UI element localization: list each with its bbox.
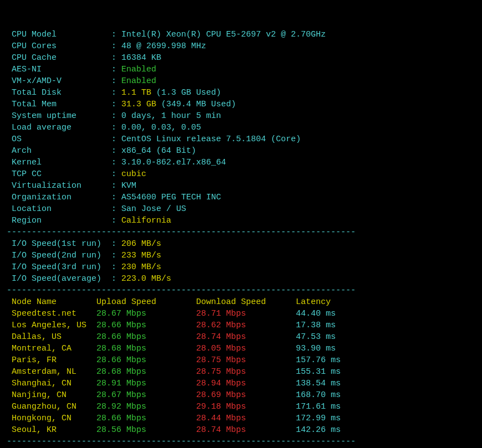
- colon: :: [111, 30, 121, 39]
- latency: 142.26 ms: [296, 425, 341, 435]
- io-value: 206 MB/s: [121, 239, 161, 249]
- upload-speed: 28.66 Mbps: [96, 356, 196, 365]
- colon: :: [111, 251, 121, 260]
- colon: :: [111, 204, 121, 214]
- sys-value: California: [121, 216, 171, 225]
- colon: :: [111, 181, 121, 190]
- colon: :: [111, 135, 121, 144]
- sys-label: AES-NI: [7, 65, 111, 74]
- io-label: I/O Speed(average): [7, 274, 111, 284]
- sys-value: cubic: [121, 169, 146, 179]
- upload-speed: 28.67 Mbps: [96, 309, 196, 318]
- sys-label: Region: [7, 216, 111, 225]
- sys-value: x86_64 (64 Bit): [121, 146, 196, 156]
- sys-label: Load average: [7, 123, 111, 132]
- io-value: 223.0 MB/s: [121, 274, 171, 284]
- sys-value: San Jose / US: [121, 204, 186, 214]
- io-value: 233 MB/s: [121, 251, 161, 260]
- sys-value: 48 @ 2699.998 MHz: [121, 42, 206, 51]
- download-speed: 28.75 Mbps: [196, 356, 296, 365]
- colon: :: [111, 88, 121, 97]
- colon: :: [111, 100, 121, 109]
- terminal-output: CPU Model : Intel(R) Xeon(R) CPU E5-2697…: [7, 29, 475, 447]
- upload-speed: 28.68 Mbps: [96, 344, 196, 353]
- sys-value: 31.3 GB: [121, 100, 156, 109]
- colon: :: [111, 111, 121, 121]
- latency: 172.99 ms: [296, 414, 341, 423]
- sys-label: VM-x/AMD-V: [7, 76, 111, 86]
- download-speed: 28.62 Mbps: [196, 321, 296, 330]
- node-name: Dallas, US: [12, 332, 96, 342]
- io-label: I/O Speed(2nd run): [7, 251, 111, 260]
- divider: ----------------------------------------…: [7, 437, 356, 446]
- sys-value: CentOS Linux release 7.5.1804 (Core): [121, 135, 301, 144]
- divider: ----------------------------------------…: [7, 228, 356, 237]
- divider: ----------------------------------------…: [7, 286, 356, 295]
- sys-value: AS54600 PEG TECH INC: [121, 193, 221, 202]
- upload-speed: 28.66 Mbps: [96, 332, 196, 342]
- node-name: Hongkong, CN: [12, 414, 96, 423]
- latency: 93.90 ms: [296, 344, 336, 353]
- sys-value: Enabled: [121, 76, 156, 86]
- col-header: Upload Speed: [96, 297, 196, 307]
- latency: 44.40 ms: [296, 309, 336, 318]
- col-header: Latency: [296, 297, 331, 307]
- sys-value: 3.10.0-862.el7.x86_64: [121, 158, 226, 167]
- node-name: Los Angeles, US: [12, 321, 96, 330]
- colon: :: [111, 53, 121, 63]
- upload-speed: 28.66 Mbps: [96, 321, 196, 330]
- latency: 47.53 ms: [296, 332, 336, 342]
- upload-speed: 28.91 Mbps: [96, 379, 196, 388]
- sys-value: 16384 KB: [121, 53, 161, 63]
- sys-value: 1.1 TB: [121, 88, 151, 97]
- sys-label: Location: [7, 204, 111, 214]
- download-speed: 28.74 Mbps: [196, 425, 296, 435]
- sys-label: CPU Cache: [7, 53, 111, 63]
- download-speed: 28.05 Mbps: [196, 344, 296, 353]
- sys-extra: (1.3 GB Used): [151, 88, 221, 97]
- download-speed: 28.69 Mbps: [196, 390, 296, 400]
- download-speed: 28.75 Mbps: [196, 367, 296, 377]
- upload-speed: 28.66 Mbps: [96, 414, 196, 423]
- node-name: Guangzhou, CN: [12, 402, 96, 411]
- sys-label: Total Mem: [7, 100, 111, 109]
- sys-value: 0 days, 1 hour 5 min: [121, 111, 221, 121]
- colon: :: [111, 146, 121, 156]
- node-name: Speedtest.net: [12, 309, 96, 318]
- colon: :: [111, 216, 121, 225]
- download-speed: 29.18 Mbps: [196, 402, 296, 411]
- io-label: I/O Speed(3rd run): [7, 262, 111, 272]
- sys-label: OS: [7, 135, 111, 144]
- colon: :: [111, 262, 121, 272]
- upload-speed: 28.68 Mbps: [96, 367, 196, 377]
- sys-label: CPU Cores: [7, 42, 111, 51]
- node-name: Shanghai, CN: [12, 379, 96, 388]
- download-speed: 28.74 Mbps: [196, 332, 296, 342]
- sys-label: TCP CC: [7, 169, 111, 179]
- colon: :: [111, 42, 121, 51]
- latency: 155.31 ms: [296, 367, 341, 377]
- colon: :: [111, 239, 121, 249]
- col-header: Node Name: [12, 297, 96, 307]
- sys-label: Arch: [7, 146, 111, 156]
- node-name: Seoul, KR: [12, 425, 96, 435]
- sys-extra: (349.4 MB Used): [156, 100, 236, 109]
- download-speed: 28.71 Mbps: [196, 309, 296, 318]
- sys-label: Total Disk: [7, 88, 111, 97]
- node-name: Amsterdam, NL: [12, 367, 96, 377]
- sys-value: KVM: [121, 181, 136, 190]
- colon: :: [111, 158, 121, 167]
- latency: 171.61 ms: [296, 402, 341, 411]
- colon: :: [111, 76, 121, 86]
- colon: :: [111, 123, 121, 132]
- sys-label: Kernel: [7, 158, 111, 167]
- col-header: Download Speed: [196, 297, 296, 307]
- latency: 138.54 ms: [296, 379, 341, 388]
- upload-speed: 28.56 Mbps: [96, 425, 196, 435]
- sys-value: 0.00, 0.03, 0.05: [121, 123, 201, 132]
- colon: :: [111, 169, 121, 179]
- sys-label: Organization: [7, 193, 111, 202]
- latency: 157.76 ms: [296, 356, 341, 365]
- sys-value: Intel(R) Xeon(R) CPU E5-2697 v2 @ 2.70GH…: [121, 30, 326, 39]
- io-label: I/O Speed(1st run): [7, 239, 111, 249]
